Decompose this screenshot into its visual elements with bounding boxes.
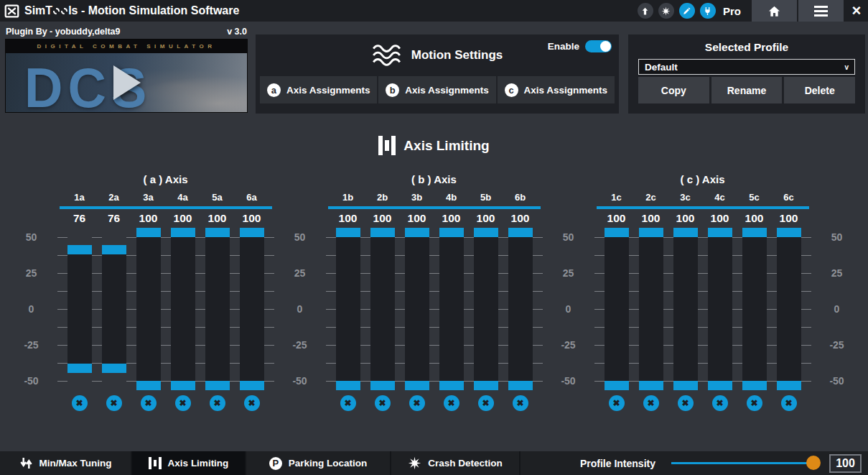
slider-handle-bottom[interactable] (742, 381, 767, 390)
slider-handle-bottom[interactable] (171, 381, 195, 390)
channel-labels-row: 1a2a3a4a5a6a (57, 192, 274, 205)
reset-axis-button-4c[interactable]: ✖ (712, 395, 728, 411)
reset-axis-button-5a[interactable]: ✖ (210, 395, 225, 411)
delete-button[interactable]: Delete (784, 77, 855, 103)
home-button[interactable] (752, 0, 797, 22)
axis-slider-2c[interactable] (639, 228, 663, 390)
reset-axis-button-2a[interactable]: ✖ (106, 395, 122, 411)
tick-marks (161, 228, 171, 390)
slider-handle-top[interactable] (439, 228, 464, 237)
axis-slider-1a[interactable] (67, 228, 92, 390)
reset-axis-button-5b[interactable]: ✖ (478, 395, 494, 411)
reset-axis-button-1a[interactable]: ✖ (72, 395, 88, 411)
profile-dropdown[interactable]: Default v (638, 59, 855, 75)
reset-axis-button-1c[interactable]: ✖ (609, 395, 625, 411)
slider-handle-bottom[interactable] (370, 381, 395, 390)
reset-axis-button-6a[interactable]: ✖ (244, 395, 260, 411)
slider-handle-top[interactable] (639, 228, 663, 237)
axis-slider-4b[interactable] (439, 228, 464, 390)
reset-axis-button-3a[interactable]: ✖ (141, 395, 157, 411)
close-button[interactable]: × (845, 0, 868, 22)
reset-axis-button-6b[interactable]: ✖ (513, 395, 528, 411)
slider-handle-top[interactable] (708, 228, 732, 237)
axis-slider-4c[interactable] (708, 228, 732, 390)
slider-handle-bottom[interactable] (205, 381, 230, 390)
reset-button-cell: ✖ (370, 395, 395, 411)
axis-slider-4a[interactable] (171, 228, 195, 390)
axis-slider-1b[interactable] (336, 228, 360, 390)
reset-buttons-row: ✖✖✖✖✖✖ (594, 395, 811, 411)
slider-handle-top[interactable] (67, 245, 92, 254)
slider-handle-bottom[interactable] (336, 381, 360, 390)
reset-axis-button-3c[interactable]: ✖ (678, 395, 694, 411)
menu-button[interactable] (798, 0, 844, 22)
game-preview-image[interactable]: DIGITAL COMBAT SIMULATOR DCS (5, 39, 248, 113)
reset-axis-button-1b[interactable]: ✖ (340, 395, 356, 411)
slider-handle-bottom[interactable] (673, 381, 698, 390)
tab-crash-detection[interactable]: Crash Detection (391, 451, 521, 475)
axis-assignments-b-button[interactable]: b Axis Assignments (378, 76, 495, 103)
slider-thumb[interactable] (806, 456, 821, 470)
axis-slider-2a[interactable] (102, 228, 126, 390)
enable-toggle[interactable] (585, 40, 612, 52)
axis-assignments-a-button[interactable]: a Axis Assignments (260, 76, 377, 103)
axis-slider-6c[interactable] (777, 228, 801, 390)
crash-status-button[interactable] (658, 3, 674, 19)
slider-handle-bottom[interactable] (405, 381, 429, 390)
axis-slider-6b[interactable] (508, 228, 533, 390)
slider-handle-bottom[interactable] (102, 364, 126, 373)
slider-handle-top[interactable] (508, 228, 533, 237)
slider-handle-bottom[interactable] (136, 381, 161, 390)
slider-handle-top[interactable] (205, 228, 230, 237)
slider-handle-top[interactable] (405, 228, 429, 237)
axis-slider-6a[interactable] (240, 228, 264, 390)
slider-handle-bottom[interactable] (240, 381, 264, 390)
slider-handle-top[interactable] (742, 228, 767, 237)
slider-handle-top[interactable] (673, 228, 698, 237)
slider-handle-top[interactable] (605, 228, 629, 237)
slider-handle-bottom[interactable] (508, 381, 533, 390)
update-button[interactable] (638, 3, 653, 19)
channel-label: 2a (102, 192, 126, 205)
slider-handle-top[interactable] (474, 228, 498, 237)
slider-handle-bottom[interactable] (777, 381, 801, 390)
reset-axis-button-3b[interactable]: ✖ (409, 395, 425, 411)
reset-axis-button-6c[interactable]: ✖ (781, 395, 797, 411)
slider-handle-bottom[interactable] (439, 381, 464, 390)
axis-slider-2b[interactable] (370, 228, 395, 390)
profile-intensity-slider[interactable] (671, 462, 818, 464)
slider-handle-top[interactable] (102, 245, 126, 254)
reset-axis-button-4b[interactable]: ✖ (444, 395, 459, 411)
tab-parking-location[interactable]: P Parking Location (246, 451, 391, 475)
axis-assignments-c-button[interactable]: c Axis Assignments (498, 76, 615, 103)
reset-axis-button-5c[interactable]: ✖ (747, 395, 762, 411)
slider-handle-top[interactable] (136, 228, 161, 237)
reset-axis-button-4a[interactable]: ✖ (175, 395, 191, 411)
play-icon[interactable] (113, 65, 141, 100)
slider-handle-bottom[interactable] (67, 364, 92, 373)
axis-slider-5a[interactable] (205, 228, 230, 390)
slider-handle-bottom[interactable] (639, 381, 663, 390)
edit-button[interactable] (679, 3, 695, 19)
slider-handle-top[interactable] (336, 228, 360, 237)
slider-handle-bottom[interactable] (605, 381, 629, 390)
slider-handle-top[interactable] (370, 228, 395, 237)
axis-slider-5c[interactable] (742, 228, 767, 390)
axis-slider-5b[interactable] (474, 228, 498, 390)
slider-handle-top[interactable] (240, 228, 264, 237)
slider-handle-bottom[interactable] (474, 381, 498, 390)
axis-slider-3a[interactable] (136, 228, 161, 390)
copy-button[interactable]: Copy (638, 77, 709, 103)
slider-handle-bottom[interactable] (708, 381, 732, 390)
axis-slider-3b[interactable] (405, 228, 429, 390)
slider-handle-top[interactable] (171, 228, 195, 237)
slider-handle-top[interactable] (777, 228, 801, 237)
axis-slider-3c[interactable] (673, 228, 698, 390)
plug-button[interactable] (700, 3, 716, 19)
tab-minmax-tuning[interactable]: Min/Max Tuning (0, 451, 132, 475)
rename-button[interactable]: Rename (711, 77, 783, 103)
reset-axis-button-2c[interactable]: ✖ (643, 395, 659, 411)
tab-axis-limiting[interactable]: Axis Limiting (132, 451, 246, 475)
reset-axis-button-2b[interactable]: ✖ (375, 395, 391, 411)
axis-slider-1c[interactable] (605, 228, 629, 390)
